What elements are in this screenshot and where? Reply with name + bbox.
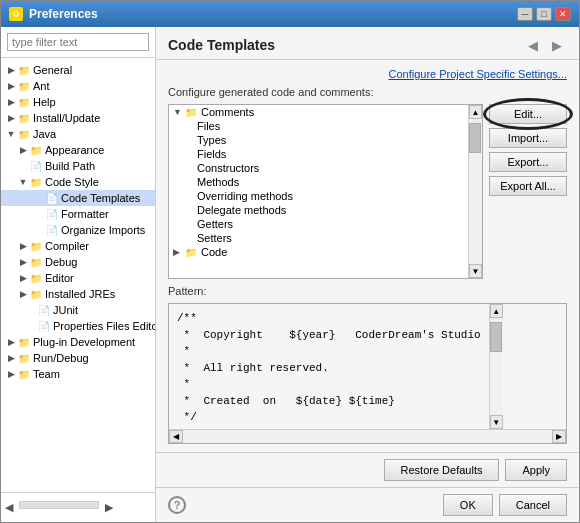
tree-scrollbar[interactable]: ▲ ▼ <box>468 105 482 278</box>
search-input[interactable] <box>7 33 149 51</box>
sidebar-item-label: Build Path <box>45 160 95 172</box>
template-item-types[interactable]: Types <box>169 133 468 147</box>
import-button[interactable]: Import... <box>489 128 567 148</box>
expand-icon: ▶ <box>17 272 29 284</box>
restore-defaults-button[interactable]: Restore Defaults <box>384 459 500 481</box>
expand-icon: ▼ <box>17 176 29 188</box>
pattern-editor[interactable]: /** * Copyright ${year} CoderDream's Stu… <box>169 304 489 429</box>
template-group-code[interactable]: ▶ 📁 Code <box>169 245 468 259</box>
template-label: Setters <box>197 232 232 244</box>
folder-icon: 📁 <box>29 272 43 284</box>
title-buttons: ─ □ ✕ <box>517 7 571 21</box>
template-item-delegate-methods[interactable]: Delegate methods <box>169 203 468 217</box>
back-button[interactable]: ◀ <box>523 35 543 55</box>
folder-icon: 📁 <box>17 368 31 380</box>
template-item-constructors[interactable]: Constructors <box>169 161 468 175</box>
scroll-up-button[interactable]: ▲ <box>469 105 482 119</box>
template-item-getters[interactable]: Getters <box>169 217 468 231</box>
sidebar-item-run-debug[interactable]: ▶ 📁 Run/Debug <box>1 350 155 366</box>
folder-icon: 📁 <box>29 256 43 268</box>
sidebar-item-properties-files-editor[interactable]: ▶ 📄 Properties Files Edito <box>1 318 155 334</box>
template-item-methods[interactable]: Methods <box>169 175 468 189</box>
sidebar-item-code-style[interactable]: ▼ 📁 Code Style <box>1 174 155 190</box>
sidebar-item-label: Install/Update <box>33 112 100 124</box>
sidebar-item-label: Organize Imports <box>61 224 145 236</box>
main-content-area: ▶ 📁 General ▶ 📁 Ant ▶ <box>1 27 579 522</box>
template-group-label: Comments <box>201 106 254 118</box>
sidebar-item-organize-imports[interactable]: ▶ 📄 Organize Imports <box>1 222 155 238</box>
page-icon: 📄 <box>45 224 59 236</box>
sidebar-item-appearance[interactable]: ▶ 📁 Appearance <box>1 142 155 158</box>
expand-icon: ▼ <box>173 107 185 117</box>
sidebar-item-ant[interactable]: ▶ 📁 Ant <box>1 78 155 94</box>
templates-panel: ▼ 📁 Comments Files Types Fiel <box>168 104 483 279</box>
header-nav: ◀ ▶ <box>523 35 567 55</box>
config-label: Configure generated code and comments: <box>168 86 567 98</box>
template-item-fields[interactable]: Fields <box>169 147 468 161</box>
window-icon: ⚙ <box>9 7 23 21</box>
title-bar-left: ⚙ Preferences <box>9 7 98 21</box>
pattern-vscrollbar[interactable]: ▲ ▼ <box>489 304 503 429</box>
nav-arrows: ◀ ▶ <box>1 497 117 518</box>
minimize-button[interactable]: ─ <box>517 7 533 21</box>
template-group-comments[interactable]: ▼ 📁 Comments <box>169 105 468 119</box>
pattern-hscroll-track <box>183 430 552 443</box>
pattern-scroll-down[interactable]: ▼ <box>490 415 503 429</box>
sidebar-item-label: Properties Files Edito <box>53 320 155 332</box>
apply-button[interactable]: Apply <box>505 459 567 481</box>
sidebar-item-code-templates[interactable]: ▶ 📄 Code Templates <box>1 190 155 206</box>
folder-icon: 📁 <box>29 176 43 188</box>
close-button[interactable]: ✕ <box>555 7 571 21</box>
sidebar-item-general[interactable]: ▶ 📁 General <box>1 62 155 78</box>
export-button[interactable]: Export... <box>489 152 567 172</box>
ok-button[interactable]: OK <box>443 494 493 516</box>
help-icon[interactable]: ? <box>168 496 186 514</box>
template-item-files[interactable]: Files <box>169 119 468 133</box>
sidebar-nav-right[interactable]: ▶ <box>105 501 113 514</box>
sidebar-item-debug[interactable]: ▶ 📁 Debug <box>1 254 155 270</box>
template-label: Fields <box>197 148 226 160</box>
sidebar-item-label: Ant <box>33 80 50 92</box>
scroll-thumb[interactable] <box>469 123 481 153</box>
pattern-scroll-left[interactable]: ◀ <box>169 430 183 443</box>
sidebar-item-junit[interactable]: ▶ 📄 JUnit <box>1 302 155 318</box>
sidebar-item-help[interactable]: ▶ 📁 Help <box>1 94 155 110</box>
template-item-setters[interactable]: Setters <box>169 231 468 245</box>
sidebar-nav: ◀ ▶ <box>1 492 155 522</box>
template-item-overriding-methods[interactable]: Overriding methods <box>169 189 468 203</box>
sidebar-item-install-update[interactable]: ▶ 📁 Install/Update <box>1 110 155 126</box>
maximize-button[interactable]: □ <box>536 7 552 21</box>
templates-tree: ▼ 📁 Comments Files Types Fiel <box>169 105 468 278</box>
sidebar-item-build-path[interactable]: ▶ 📄 Build Path <box>1 158 155 174</box>
page-icon: 📄 <box>45 208 59 220</box>
folder-icon: 📁 <box>17 80 31 92</box>
sidebar-item-label: Run/Debug <box>33 352 89 364</box>
pattern-scroll-thumb[interactable] <box>490 322 502 352</box>
expand-icon: ▶ <box>17 256 29 268</box>
pattern-hscrollbar[interactable]: ◀ ▶ <box>169 429 566 443</box>
cancel-button[interactable]: Cancel <box>499 494 567 516</box>
folder-icon: 📁 <box>29 144 43 156</box>
sidebar-item-java[interactable]: ▼ 📁 Java <box>1 126 155 142</box>
footer-bar: ? OK Cancel <box>156 487 579 522</box>
sidebar-item-team[interactable]: ▶ 📁 Team <box>1 366 155 382</box>
edit-button[interactable]: Edit... <box>489 104 567 124</box>
sidebar-item-compiler[interactable]: ▶ 📁 Compiler <box>1 238 155 254</box>
page-icon: 📄 <box>29 160 43 172</box>
pattern-scroll-up[interactable]: ▲ <box>490 304 503 318</box>
sidebar-item-installed-jres[interactable]: ▶ 📁 Installed JREs <box>1 286 155 302</box>
export-all-button[interactable]: Export All... <box>489 176 567 196</box>
sidebar-item-label: Formatter <box>61 208 109 220</box>
folder-icon: 📁 <box>17 64 31 76</box>
sidebar-item-formatter[interactable]: ▶ 📄 Formatter <box>1 206 155 222</box>
sidebar-item-label: Installed JREs <box>45 288 115 300</box>
sidebar-item-editor[interactable]: ▶ 📁 Editor <box>1 270 155 286</box>
sidebar-item-plugin-development[interactable]: ▶ 📁 Plug-in Development <box>1 334 155 350</box>
configure-project-link[interactable]: Configure Project Specific Settings... <box>168 68 567 80</box>
sidebar-nav-left[interactable]: ◀ <box>5 501 13 514</box>
scroll-down-button[interactable]: ▼ <box>469 264 482 278</box>
sidebar-item-label: JUnit <box>53 304 78 316</box>
pattern-scroll-right[interactable]: ▶ <box>552 430 566 443</box>
pattern-inner: /** * Copyright ${year} CoderDream's Stu… <box>169 304 566 429</box>
forward-button[interactable]: ▶ <box>547 35 567 55</box>
